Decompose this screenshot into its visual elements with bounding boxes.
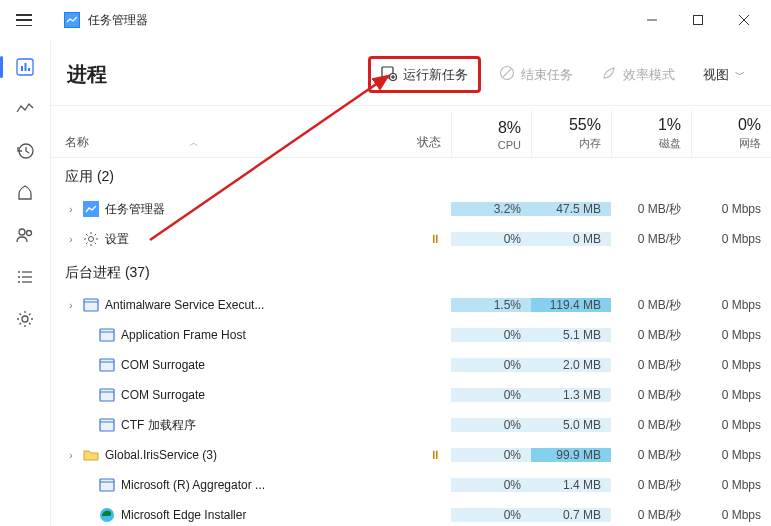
mem-cell: 47.5 MB (531, 202, 611, 216)
status-cell: ⏸ (381, 448, 451, 462)
table-row[interactable]: › Antimalware Service Execut... 1.5% 119… (51, 290, 771, 320)
process-icon (83, 297, 99, 313)
svg-rect-7 (28, 68, 30, 71)
process-icon (99, 357, 115, 373)
expand-icon[interactable]: › (65, 204, 77, 215)
disk-cell: 0 MB/秒 (611, 447, 691, 464)
disk-cell: 0 MB/秒 (611, 201, 691, 218)
end-task-button[interactable]: 结束任务 (489, 59, 583, 90)
svg-rect-26 (84, 299, 98, 311)
sidebar-history[interactable] (0, 130, 50, 172)
table-row[interactable]: COM Surrogate 0% 1.3 MB 0 MB/秒 0 Mbps (51, 380, 771, 410)
app-title: 任务管理器 (88, 12, 629, 29)
mem-cell: 119.4 MB (531, 298, 611, 312)
toolbar: 进程 运行新任务 结束任务 效率模式 视图 ﹀ (51, 40, 771, 106)
sidebar-startup[interactable] (0, 172, 50, 214)
process-name: Application Frame Host (121, 328, 246, 342)
column-header-磁盘[interactable]: 1%磁盘 (611, 110, 691, 157)
column-header-内存[interactable]: 55%内存 (531, 110, 611, 157)
svg-point-15 (18, 281, 20, 283)
run-new-task-button[interactable]: 运行新任务 (368, 56, 481, 93)
sidebar-users[interactable] (0, 214, 50, 256)
cpu-cell: 0% (451, 358, 531, 372)
svg-rect-28 (100, 329, 114, 341)
process-name: 任务管理器 (105, 201, 165, 218)
sidebar-performance[interactable] (0, 88, 50, 130)
mem-cell: 0.7 MB (531, 508, 611, 522)
process-icon (99, 387, 115, 403)
process-icon (99, 477, 115, 493)
column-header-name[interactable]: 名称 ︿ (51, 128, 381, 157)
column-header-网络[interactable]: 0%网络 (691, 110, 771, 157)
svg-point-9 (19, 229, 25, 235)
cpu-cell: 0% (451, 448, 531, 462)
table-row[interactable]: › 设置 ⏸ 0% 0 MB 0 MB/秒 0 Mbps (51, 224, 771, 254)
close-button[interactable] (721, 0, 767, 40)
sort-indicator-icon: ︿ (189, 136, 199, 150)
process-icon (83, 447, 99, 463)
disk-cell: 0 MB/秒 (611, 357, 691, 374)
net-cell: 0 Mbps (691, 508, 771, 522)
net-cell: 0 Mbps (691, 448, 771, 462)
table-row[interactable]: COM Surrogate 0% 2.0 MB 0 MB/秒 0 Mbps (51, 350, 771, 380)
process-icon (83, 201, 99, 217)
disk-cell: 0 MB/秒 (611, 507, 691, 524)
cpu-cell: 0% (451, 232, 531, 246)
maximize-button[interactable] (675, 0, 721, 40)
sidebar-details[interactable] (0, 256, 50, 298)
page-title: 进程 (67, 61, 360, 88)
net-cell: 0 Mbps (691, 358, 771, 372)
process-table[interactable]: 应用 (2) › 任务管理器 3.2% 47.5 MB 0 MB/秒 0 Mbp… (51, 158, 771, 526)
cpu-cell: 0% (451, 328, 531, 342)
leaf-icon (601, 65, 617, 84)
cpu-cell: 3.2% (451, 202, 531, 216)
expand-icon[interactable]: › (65, 300, 77, 311)
column-header-status[interactable]: 状态 (381, 128, 451, 157)
sidebar-services[interactable] (0, 298, 50, 340)
table-row[interactable]: Microsoft Edge Installer 0% 0.7 MB 0 MB/… (51, 500, 771, 526)
mem-cell: 1.3 MB (531, 388, 611, 402)
net-cell: 0 Mbps (691, 202, 771, 216)
svg-point-25 (89, 237, 94, 242)
table-row[interactable]: CTF 加载程序 0% 5.0 MB 0 MB/秒 0 Mbps (51, 410, 771, 440)
svg-point-13 (18, 276, 20, 278)
minimize-button[interactable] (629, 0, 675, 40)
table-row[interactable]: Application Frame Host 0% 5.1 MB 0 MB/秒 … (51, 320, 771, 350)
table-row[interactable]: Microsoft (R) Aggregator ... 0% 1.4 MB 0… (51, 470, 771, 500)
disk-cell: 0 MB/秒 (611, 417, 691, 434)
cpu-cell: 0% (451, 418, 531, 432)
process-icon (99, 327, 115, 343)
sidebar-processes[interactable] (0, 46, 50, 88)
sidebar (0, 40, 50, 526)
svg-point-11 (18, 271, 20, 273)
process-name: Microsoft Edge Installer (121, 508, 246, 522)
cpu-cell: 0% (451, 478, 531, 492)
table-row[interactable]: › 任务管理器 3.2% 47.5 MB 0 MB/秒 0 Mbps (51, 194, 771, 224)
column-headers: 名称 ︿ 状态 8%CPU55%内存1%磁盘0%网络 (51, 106, 771, 158)
view-label: 视图 (703, 66, 729, 84)
process-name: Global.IrisService (3) (105, 448, 217, 462)
expand-icon[interactable]: › (65, 234, 77, 245)
cpu-cell: 0% (451, 508, 531, 522)
group-header: 后台进程 (37) (51, 254, 771, 290)
expand-icon[interactable]: › (65, 450, 77, 461)
net-cell: 0 Mbps (691, 232, 771, 246)
svg-point-10 (27, 231, 32, 236)
process-name: CTF 加载程序 (121, 417, 196, 434)
menu-button[interactable] (4, 0, 44, 40)
efficiency-mode-button[interactable]: 效率模式 (591, 59, 685, 90)
mem-cell: 5.0 MB (531, 418, 611, 432)
app-icon (64, 12, 80, 28)
mem-cell: 0 MB (531, 232, 611, 246)
window-controls (629, 0, 767, 40)
process-icon (83, 231, 99, 247)
net-cell: 0 Mbps (691, 298, 771, 312)
column-header-CPU[interactable]: 8%CPU (451, 113, 531, 157)
group-header: 应用 (2) (51, 158, 771, 194)
svg-line-23 (503, 69, 511, 77)
view-dropdown[interactable]: 视图 ﹀ (693, 60, 755, 90)
process-name: Microsoft (R) Aggregator ... (121, 478, 265, 492)
net-cell: 0 Mbps (691, 328, 771, 342)
svg-point-17 (22, 316, 28, 322)
table-row[interactable]: › Global.IrisService (3) ⏸ 0% 99.9 MB 0 … (51, 440, 771, 470)
